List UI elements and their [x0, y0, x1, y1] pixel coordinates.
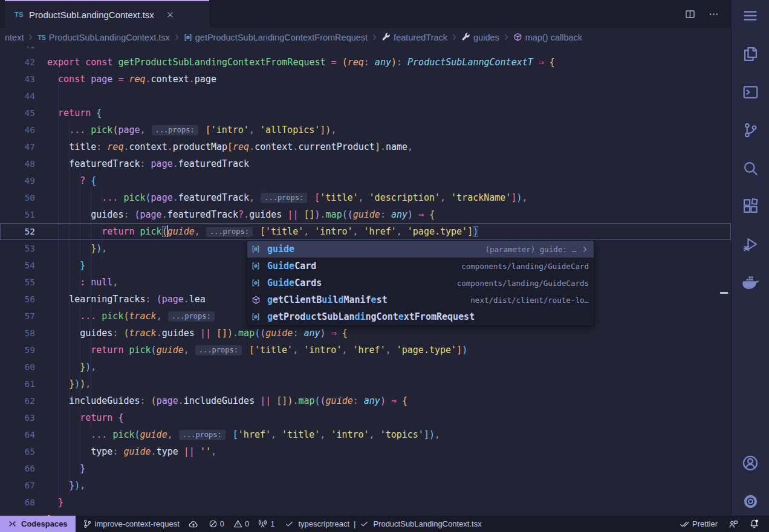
breadcrumb-item[interactable]: ntext: [5, 33, 24, 42]
line-number: 66: [0, 460, 35, 477]
code-line[interactable]: 61 })),: [0, 375, 731, 392]
settings-gear-icon[interactable]: [736, 487, 765, 516]
suggest-item[interactable]: guide(parameter) guide: …: [247, 241, 594, 258]
account-icon[interactable]: [736, 449, 765, 478]
terminal-icon[interactable]: [736, 77, 765, 106]
code-line[interactable]: 62 includeGuides: (page.includeGuides ||…: [0, 392, 731, 409]
code-line[interactable]: 43 const page = req.context.page: [0, 71, 731, 88]
ports-indicator[interactable]: 1: [258, 519, 274, 528]
code-text: export const getProductSubLandingContext…: [35, 54, 555, 71]
breadcrumb: ntextTSProductSubLandingContext.tsxgetPr…: [0, 28, 731, 47]
line-number: 59: [0, 342, 35, 358]
branch-indicator[interactable]: improve-context-request: [83, 519, 180, 528]
breadcrumb-separator-icon: [173, 33, 181, 41]
code-line[interactable]: 45 return {: [0, 105, 731, 122]
menu-icon[interactable]: [736, 1, 765, 30]
more-actions-icon[interactable]: [709, 9, 719, 19]
error-icon: [209, 519, 218, 528]
code-text: return pick(guide, ...props: ['title', '…: [35, 223, 478, 240]
code-text: learningTracks: (page.lea: [35, 291, 206, 308]
problems-indicator[interactable]: 0 0: [209, 519, 249, 528]
line-number: 48: [0, 155, 35, 172]
line-number: 45: [0, 105, 35, 122]
code-text: }),: [35, 358, 96, 375]
tab-productsublandingcontext[interactable]: TS ProductSubLandingContext.tsx: [5, 0, 209, 28]
suggest-label: guide: [267, 244, 294, 255]
code-line[interactable]: 51 guides: (page.featuredTrack?.guides |…: [0, 206, 731, 223]
code-line[interactable]: 65 type: guide.type || '',: [0, 443, 731, 460]
editor-actions: [685, 0, 731, 28]
explorer-icon[interactable]: [736, 39, 765, 68]
line-number: 57: [0, 308, 35, 325]
code-text: return {: [35, 105, 102, 122]
source-control-icon[interactable]: [736, 115, 765, 144]
code-line[interactable]: 52 return pick(guide, ...props: ['title'…: [0, 223, 731, 240]
sync-button[interactable]: [189, 519, 198, 529]
breadcrumb-item[interactable]: featuredTrack: [381, 33, 447, 42]
scrollbar-marker[interactable]: [720, 292, 728, 294]
wrench-icon: [381, 33, 391, 42]
code-line[interactable]: 63 return {: [0, 409, 731, 426]
line-number: 51: [0, 206, 35, 223]
split-editor-icon[interactable]: [685, 9, 695, 19]
bell-icon[interactable]: [749, 519, 759, 529]
code-line[interactable]: 69}: [0, 511, 731, 516]
run-debug-icon[interactable]: [736, 230, 765, 259]
code-line[interactable]: 41: [0, 47, 731, 54]
code-text: return {: [35, 409, 123, 426]
breadcrumb-separator-icon: [371, 33, 378, 41]
line-number: 49: [0, 172, 35, 189]
symbol-variable-icon: [184, 33, 192, 42]
code-line[interactable]: 49 ? {: [0, 172, 731, 189]
code-text: }: [35, 494, 63, 511]
line-number: 55: [0, 274, 35, 291]
inlay-hint-chip: ...props:: [152, 125, 198, 135]
status-bar: Codespaces improve-context-request 0 0 1…: [0, 516, 769, 532]
code-text: }: [35, 460, 85, 477]
language-status[interactable]: typescriptreact | ProductSubLandingConte…: [285, 519, 481, 528]
formatter-status[interactable]: Prettier: [680, 519, 718, 529]
warning-icon: [233, 519, 242, 528]
suggest-item[interactable]: getClientBuildManifestnext/dist/client/r…: [247, 291, 594, 308]
breadcrumb-label: ProductSubLandingContext.tsx: [49, 33, 170, 42]
code-text: title: req.context.productMap[req.contex…: [35, 138, 413, 155]
suggest-detail: components/landing/GuideCards: [449, 279, 589, 288]
suggest-detail: next/dist/client/route-lo…: [462, 296, 589, 305]
code-line[interactable]: 47 title: req.context.productMap[req.con…: [0, 138, 731, 155]
code-line[interactable]: 64 ... pick(guide, ...props: ['href', 't…: [0, 426, 731, 443]
extensions-icon[interactable]: [736, 192, 765, 221]
breadcrumb-item[interactable]: TSProductSubLandingContext.tsx: [37, 33, 169, 42]
code-line[interactable]: 68 }: [0, 494, 731, 511]
code-text: includeGuides: (page.includeGuides || []…: [35, 392, 407, 409]
code-line[interactable]: 59 return pick(guide, ...props: ['title'…: [0, 342, 731, 358]
suggest-item[interactable]: GuideCardscomponents/landing/GuideCards: [247, 274, 594, 291]
code-line[interactable]: 42export const getProductSubLandingConte…: [0, 54, 731, 71]
symbol-module-icon: [251, 296, 267, 305]
code-text: [35, 47, 47, 54]
code-line[interactable]: 58 guides: (track.guides || []).map((gui…: [0, 325, 731, 342]
line-number: 69: [0, 511, 35, 516]
line-number: 46: [0, 122, 35, 138]
breadcrumb-item[interactable]: guides: [461, 33, 499, 42]
read-more-icon[interactable]: [581, 245, 589, 253]
suggest-item[interactable]: GuideCardcomponents/landing/GuideCard: [247, 258, 594, 274]
suggest-item[interactable]: getProductSubLandingContextFromRequest: [247, 308, 594, 325]
line-number: 54: [0, 257, 35, 274]
breadcrumb-item[interactable]: getProductSubLandingContextFromRequest: [184, 33, 368, 42]
code-line[interactable]: 44: [0, 88, 731, 105]
code-line[interactable]: 66 }: [0, 460, 731, 477]
code-line[interactable]: 50 ... pick(page.featuredTrack, ...props…: [0, 189, 731, 206]
remote-indicator[interactable]: Codespaces: [0, 516, 76, 532]
search-icon[interactable]: [736, 154, 765, 183]
code-text: }: [35, 511, 53, 516]
code-text: : null,: [35, 274, 118, 291]
code-line[interactable]: 67 }),: [0, 477, 731, 494]
code-line[interactable]: 46 ... pick(page, ...props: ['intro', 'a…: [0, 122, 731, 138]
close-icon[interactable]: [166, 10, 175, 19]
docker-icon[interactable]: [736, 268, 765, 297]
line-number: 68: [0, 494, 35, 511]
feedback-icon[interactable]: [728, 519, 738, 529]
breadcrumb-item[interactable]: map() callback: [513, 33, 582, 42]
code-line[interactable]: 60 }),: [0, 358, 731, 375]
code-line[interactable]: 48 featuredTrack: page.featuredTrack: [0, 155, 731, 172]
